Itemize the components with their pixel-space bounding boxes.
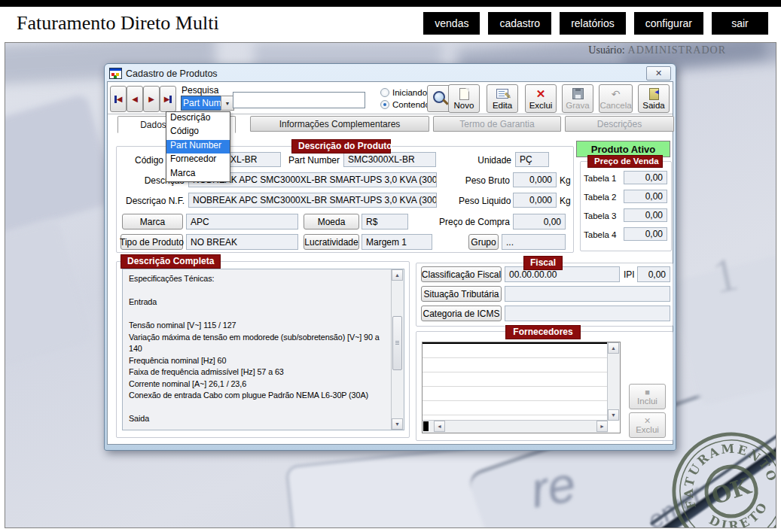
- categoria-icms-button[interactable]: Categoria de ICMS: [421, 306, 502, 321]
- edita-button[interactable]: ✎ Edita: [487, 84, 518, 113]
- descricao-nf-label: Descriçao N.F.: [124, 196, 185, 206]
- fornecedores-header: Fornecedores: [505, 325, 581, 339]
- fornecedores-v-scrollbar[interactable]: ▲ ▼: [607, 342, 620, 421]
- keyboard-art-key-left-1: [5, 93, 117, 238]
- tabela-1-field[interactable]: 0,00: [624, 171, 667, 184]
- descricao-completa-text: Especificações Ténicas: Entrada Tensão n…: [123, 269, 392, 430]
- dropdown-item-fornecedor[interactable]: Fornecedor: [166, 154, 230, 167]
- page: Faturamento Direto Multi vendas cadastro…: [0, 0, 781, 532]
- nav-next-button[interactable]: ▶: [143, 86, 160, 112]
- ipi-label: IPI: [624, 269, 635, 280]
- search-input[interactable]: [233, 92, 365, 108]
- situacao-tributaria-button[interactable]: Situação Tributária: [421, 286, 502, 302]
- lucratividade-button[interactable]: Lucratividade: [304, 234, 359, 250]
- scroll-right-icon[interactable]: ►: [596, 421, 608, 432]
- scroll-down-icon[interactable]: ▼: [392, 418, 403, 430]
- cancela-button[interactable]: ↶ Cancela: [599, 84, 633, 113]
- scroll-up-icon[interactable]: ▲: [608, 342, 619, 354]
- scroll-down-icon[interactable]: ▼: [608, 409, 619, 421]
- keyboard-art-key-glyph-re: re: [526, 454, 580, 518]
- peso-bruto-field[interactable]: 0,000: [513, 172, 557, 187]
- delete-x-icon: ✕: [536, 87, 546, 100]
- peso-liquido-kg-label: Kg: [560, 196, 571, 206]
- exit-door-icon: ◄: [649, 87, 659, 100]
- window-titlebar[interactable]: Cadastro de Produtos ✕: [107, 65, 673, 81]
- peso-liquido-field[interactable]: 0,000: [513, 193, 557, 208]
- unidade-label: Unidade: [475, 155, 511, 166]
- moeda-button[interactable]: Moeda: [304, 214, 359, 230]
- categoria-icms-field[interactable]: [505, 306, 670, 321]
- radio-contendo-label: Contendo: [392, 100, 430, 109]
- nav-button-cadastro[interactable]: cadastro: [488, 12, 551, 35]
- radio-iniciando[interactable]: Iniciando: [380, 88, 427, 97]
- dropdown-item-marca[interactable]: Marca: [166, 168, 230, 181]
- close-button[interactable]: ✕: [646, 66, 671, 81]
- pesquisa-combo-value: Part Number: [181, 96, 221, 111]
- keyboard-art-key-left-2: [5, 218, 93, 372]
- dropdown-item-codigo[interactable]: Código: [166, 126, 230, 139]
- nav-button-configurar[interactable]: configurar: [634, 12, 703, 35]
- tabela-4-field[interactable]: 0,00: [624, 227, 667, 241]
- nav-button-sair[interactable]: sair: [712, 12, 768, 35]
- tab-termo-de-garantia[interactable]: Termo de Garantia: [433, 116, 561, 132]
- moeda-field[interactable]: R$: [362, 214, 408, 230]
- tipo-produto-field[interactable]: NO BREAK: [186, 234, 298, 250]
- situacao-tributaria-field[interactable]: [505, 286, 670, 302]
- ipi-field[interactable]: 0,00: [637, 266, 670, 282]
- nav-last-icon: ▶: [164, 95, 170, 103]
- inclui-button[interactable]: ■ Inclui: [629, 384, 666, 409]
- scroll-up-icon[interactable]: ▲: [392, 269, 403, 281]
- grupo-button[interactable]: Grupo: [468, 234, 499, 250]
- codigo-label: Código: [121, 155, 163, 166]
- grava-button[interactable]: Grava: [562, 84, 593, 113]
- scroll-left-icon[interactable]: ◄: [434, 421, 445, 432]
- novo-button[interactable]: Novo: [448, 84, 480, 113]
- tabela-2-field[interactable]: 0,00: [624, 190, 667, 203]
- inclui-label: Inclui: [637, 397, 657, 406]
- tabela-4-label: Tabela 4: [584, 230, 616, 239]
- fiscal-header: Fiscal: [523, 256, 563, 270]
- nav-first-button[interactable]: ◀: [110, 86, 127, 112]
- keyboard-art-key-glyph-1: 1: [708, 245, 743, 305]
- tabela-3-field[interactable]: 0,00: [624, 208, 667, 222]
- preco-compra-field[interactable]: 0,00: [513, 214, 566, 230]
- descricao-completa-textarea[interactable]: Especificações Ténicas: Entrada Tensão n…: [122, 269, 404, 430]
- nav-button-relatorios[interactable]: relatórios: [560, 12, 626, 35]
- descricao-completa-scrollbar[interactable]: ▲ ▼: [391, 269, 404, 430]
- exclui-fornecedor-button[interactable]: ✕ Exclui: [629, 412, 666, 438]
- radio-contendo[interactable]: Contendo: [380, 100, 430, 109]
- tab-informacoes-complementares[interactable]: Informações Complementares: [250, 116, 429, 132]
- dropdown-item-part-number[interactable]: Part Number: [166, 140, 230, 154]
- tipo-produto-button[interactable]: Tipo de Produto: [121, 234, 183, 250]
- unidade-field[interactable]: PÇ: [515, 152, 549, 167]
- nav-previous-button[interactable]: ◀: [127, 86, 143, 112]
- nav-button-vendas[interactable]: vendas: [423, 12, 480, 35]
- h-scrollbar-thumb[interactable]: [423, 421, 429, 431]
- marca-button[interactable]: Marca: [122, 214, 183, 230]
- fornecedores-h-scrollbar[interactable]: ◄ ►: [423, 420, 608, 433]
- close-icon: ✕: [655, 68, 662, 78]
- edit-icon: ✎: [496, 87, 508, 100]
- radio-iniciando-label: Iniciando: [392, 88, 427, 97]
- new-document-icon: [459, 87, 469, 100]
- grupo-field[interactable]: ...: [502, 234, 566, 250]
- saida-button[interactable]: ◄ Saida: [638, 84, 670, 113]
- lucratividade-field[interactable]: Margem 1: [362, 234, 432, 250]
- descricao-nf-field[interactable]: NOBREAK APC SMC3000XL-BR SMART-UPS 3,0 K…: [188, 193, 437, 208]
- search-icon: [432, 90, 448, 107]
- part-number-field[interactable]: SMC3000XL-BR: [343, 152, 436, 167]
- scrollbar-thumb[interactable]: [392, 316, 402, 370]
- app-title: Faturamento Direto Multi: [17, 12, 219, 35]
- tabela-2-label: Tabela 2: [584, 193, 616, 202]
- tab-descricoes[interactable]: Descrições: [565, 116, 674, 132]
- exclui-button[interactable]: ✕ Exclui: [525, 84, 557, 113]
- pesquisa-combo[interactable]: Part Number ▼: [181, 96, 234, 111]
- descricao-do-produto-header: Descrição do Produto: [291, 139, 391, 154]
- fornecedores-list[interactable]: ▲ ▼ ◄ ►: [422, 342, 621, 433]
- dropdown-item-descricao[interactable]: Descrição: [166, 112, 230, 126]
- nav-last-button[interactable]: ▶: [160, 86, 176, 112]
- classificacao-fiscal-button[interactable]: Classificação Fiscal: [421, 266, 502, 282]
- app-header: Faturamento Direto Multi vendas cadastro…: [0, 7, 781, 42]
- peso-bruto-kg-label: Kg: [560, 175, 571, 186]
- marca-field[interactable]: APC: [186, 214, 298, 230]
